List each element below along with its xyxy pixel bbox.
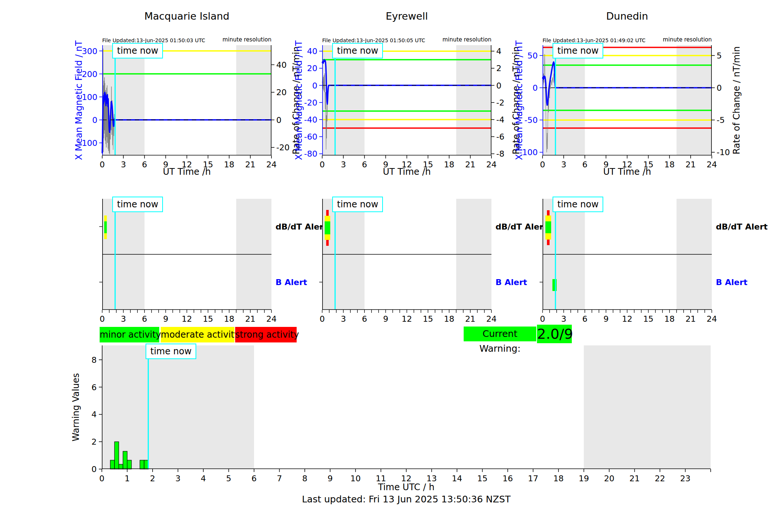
alert-marker <box>546 233 551 240</box>
svg-text:21: 21 <box>245 314 256 324</box>
svg-text:6: 6 <box>142 160 147 169</box>
warning-x-axis-label: Time UTC / h <box>102 482 711 492</box>
svg-text:12: 12 <box>182 314 192 324</box>
alert-marker <box>547 210 550 215</box>
current-warning-value: 2.0/9 <box>537 325 572 343</box>
svg-text:-8: -8 <box>496 149 504 158</box>
svg-text:18: 18 <box>664 160 675 169</box>
left-axis-label: X Mean Magnetic Field / nT <box>294 40 304 160</box>
right-axis-label: Rate of Change / nT/min <box>731 46 742 154</box>
svg-text:6: 6 <box>91 383 97 392</box>
alert-timeline-plot: 03691215182124 <box>322 199 491 310</box>
time-now-flag: time now <box>553 197 603 212</box>
svg-text:0: 0 <box>540 160 545 169</box>
svg-text:24: 24 <box>707 314 717 324</box>
svg-text:0: 0 <box>496 81 501 90</box>
svg-text:15: 15 <box>423 160 433 169</box>
svg-text:9: 9 <box>603 160 608 169</box>
night-shading <box>102 345 711 469</box>
svg-text:-6: -6 <box>496 132 504 141</box>
svg-text:100: 100 <box>82 93 97 102</box>
svg-text:-4: -4 <box>496 115 504 124</box>
svg-text:12: 12 <box>402 160 412 169</box>
svg-text:3: 3 <box>341 160 346 169</box>
svg-text:21: 21 <box>465 160 476 169</box>
night-shading <box>322 45 491 155</box>
svg-text:-100: -100 <box>519 148 538 157</box>
svg-text:6: 6 <box>582 160 587 169</box>
svg-text:24: 24 <box>707 160 717 169</box>
svg-text:6: 6 <box>362 160 367 169</box>
alert-marker <box>326 210 329 216</box>
alert-marker <box>104 221 107 233</box>
svg-text:0: 0 <box>91 465 97 474</box>
svg-text:15: 15 <box>203 314 213 324</box>
b-alert-label: B Alert <box>496 278 527 287</box>
svg-text:20: 20 <box>276 88 287 97</box>
alert-marker <box>325 234 330 240</box>
svg-text:-20: -20 <box>304 98 317 107</box>
svg-text:24: 24 <box>486 160 497 169</box>
svg-text:50: 50 <box>527 51 538 60</box>
time-now-flag: time now <box>553 43 603 58</box>
magnetic-field-plot: 036912151821243002001000-10040200-20 <box>102 45 271 155</box>
warning-bar <box>114 442 119 469</box>
svg-text:18: 18 <box>444 314 454 324</box>
svg-text:0: 0 <box>320 160 325 169</box>
svg-text:15: 15 <box>203 160 213 169</box>
station-title: Dunedin <box>543 10 712 22</box>
warning-bar <box>119 464 123 469</box>
svg-text:9: 9 <box>163 160 168 169</box>
current-warning-label: Current Warning: <box>464 327 536 341</box>
time-now-flag: time now <box>112 197 163 212</box>
svg-text:4: 4 <box>91 410 97 419</box>
svg-text:12: 12 <box>622 160 633 169</box>
svg-text:3: 3 <box>341 314 346 324</box>
svg-text:9: 9 <box>163 314 168 324</box>
svg-text:5: 5 <box>717 51 722 60</box>
svg-text:18: 18 <box>224 160 234 169</box>
warning-bar <box>140 460 144 469</box>
svg-text:6: 6 <box>362 314 367 324</box>
legend-minor-activity: minor activity <box>100 327 159 342</box>
resolution-note: minute resolution <box>543 36 712 43</box>
svg-text:8: 8 <box>91 355 97 365</box>
legend-moderate-activity: moderate activity <box>161 327 234 342</box>
svg-text:12: 12 <box>622 314 633 324</box>
svg-text:15: 15 <box>423 314 433 324</box>
svg-text:18: 18 <box>224 314 234 324</box>
svg-text:0: 0 <box>92 116 97 125</box>
svg-text:18: 18 <box>664 314 675 324</box>
svg-text:-100: -100 <box>79 138 97 148</box>
legend-strong-activity: strong activity <box>235 327 297 342</box>
svg-text:-50: -50 <box>524 116 538 125</box>
alert-timeline-plot: 03691215182124 <box>102 199 271 310</box>
svg-text:15: 15 <box>643 314 654 324</box>
alert-marker <box>547 240 550 245</box>
alert-marker <box>325 216 330 221</box>
svg-text:12: 12 <box>402 314 412 324</box>
svg-text:0: 0 <box>276 116 281 125</box>
svg-text:40: 40 <box>276 60 287 70</box>
svg-text:9: 9 <box>383 314 388 324</box>
station-title: Eyrewell <box>322 10 491 22</box>
svg-text:2: 2 <box>496 64 501 73</box>
left-axis-label: X Mean Magnetic Field / nT <box>514 40 524 160</box>
svg-text:0: 0 <box>100 160 105 169</box>
svg-text:-5: -5 <box>717 116 725 125</box>
resolution-note: minute resolution <box>102 36 271 43</box>
svg-text:18: 18 <box>444 160 454 169</box>
svg-text:4: 4 <box>496 47 501 56</box>
svg-text:9: 9 <box>383 160 388 169</box>
svg-text:-40: -40 <box>304 115 317 124</box>
svg-text:40: 40 <box>307 47 317 56</box>
svg-text:0: 0 <box>540 314 545 324</box>
alert-marker <box>104 233 107 239</box>
svg-text:3: 3 <box>121 160 126 169</box>
svg-text:-80: -80 <box>304 149 317 158</box>
svg-text:-20: -20 <box>276 143 290 152</box>
b-alert-label: B Alert <box>276 278 307 287</box>
alert-marker <box>325 221 330 234</box>
svg-text:15: 15 <box>643 160 654 169</box>
svg-text:24: 24 <box>266 160 277 169</box>
